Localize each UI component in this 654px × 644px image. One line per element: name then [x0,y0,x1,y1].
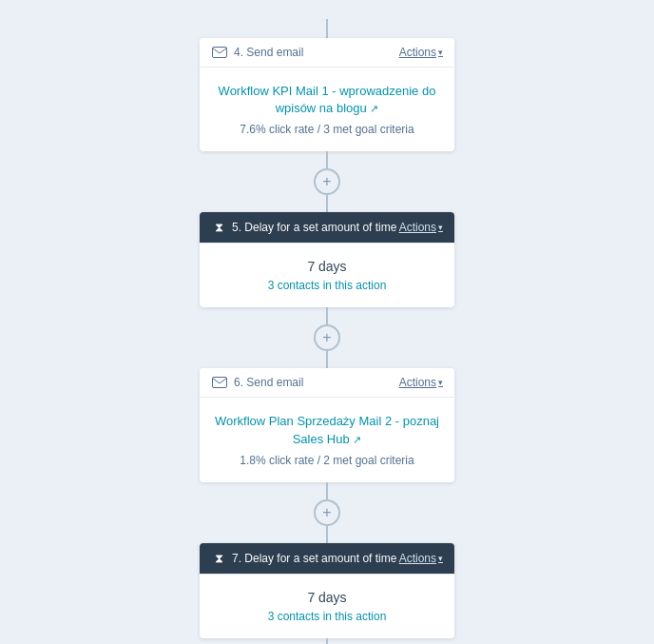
step-card-5: ⧗ 5. Delay for a set amount of time Acti… [200,212,454,307]
card-header-6: 6. Send email Actions ▾ [200,368,454,398]
add-step-button-2[interactable]: + [314,324,340,351]
delay-days-5: 7 days [213,259,441,274]
card-body-5: 7 days 3 contacts in this action [200,244,454,307]
step-label-7: 7. Delay for a set amount of time [232,552,396,565]
header-left-4: 4. Send email [211,46,303,59]
card-body-7: 7 days 3 contacts in this action [200,575,454,638]
workflow-container: 4. Send email Actions ▾ Workflow KPI Mai… [0,10,654,644]
stats-4: 7.6% click rate / 3 met goal criteria [213,123,441,136]
connector-1: + [314,151,340,212]
card-header-5: ⧗ 5. Delay for a set amount of time Acti… [200,212,454,244]
hourglass-icon-7: ⧗ [211,551,226,566]
add-step-button-3[interactable]: + [314,499,340,526]
delay-days-7: 7 days [213,590,441,605]
header-left-6: 6. Send email [211,376,303,389]
caret-6: ▾ [438,378,443,387]
step-label-6: 6. Send email [234,376,303,389]
hourglass-icon-5: ⧗ [211,220,226,235]
actions-button-5[interactable]: Actions ▾ [399,221,443,234]
connector-3: + [314,482,340,543]
card-header-7: ⧗ 7. Delay for a set amount of time Acti… [200,543,454,575]
email-title-6[interactable]: Workflow Plan Sprzedaży Mail 2 - poznaj … [213,413,441,447]
contacts-link-7[interactable]: 3 contacts in this action [268,610,387,623]
caret-7: ▾ [438,554,443,563]
caret-5: ▾ [438,223,443,232]
actions-button-4[interactable]: Actions ▾ [399,46,443,59]
stats-6: 1.8% click rate / 2 met goal criteria [213,454,441,467]
contacts-link-5[interactable]: 3 contacts in this action [268,279,387,292]
external-link-icon-6: ↗ [353,434,361,445]
step-card-6: 6. Send email Actions ▾ Workflow Plan Sp… [200,368,454,481]
step-card-4: 4. Send email Actions ▾ Workflow KPI Mai… [200,38,454,151]
connector-4: + [314,638,340,644]
card-body-4: Workflow KPI Mail 1 - wprowadzenie do wp… [200,68,454,151]
connector-2: + [314,307,340,368]
header-left-5: ⧗ 5. Delay for a set amount of time [211,220,396,235]
step-card-7: ⧗ 7. Delay for a set amount of time Acti… [200,543,454,638]
card-header-4: 4. Send email Actions ▾ [200,38,454,68]
caret-4: ▾ [438,48,443,57]
external-link-icon-4: ↗ [370,103,378,114]
email-icon-4 [211,46,228,59]
actions-button-7[interactable]: Actions ▾ [399,552,443,565]
actions-button-6[interactable]: Actions ▾ [399,376,443,389]
email-icon-6 [211,376,228,389]
step-label-5: 5. Delay for a set amount of time [232,221,396,234]
top-connector [326,19,328,38]
header-left-7: ⧗ 7. Delay for a set amount of time [211,551,396,566]
add-step-button-1[interactable]: + [314,168,340,195]
svg-rect-1 [213,378,227,388]
step-label-4: 4. Send email [234,46,303,59]
email-title-4[interactable]: Workflow KPI Mail 1 - wprowadzenie do wp… [213,83,441,117]
card-body-6: Workflow Plan Sprzedaży Mail 2 - poznaj … [200,398,454,481]
svg-rect-0 [213,48,227,58]
